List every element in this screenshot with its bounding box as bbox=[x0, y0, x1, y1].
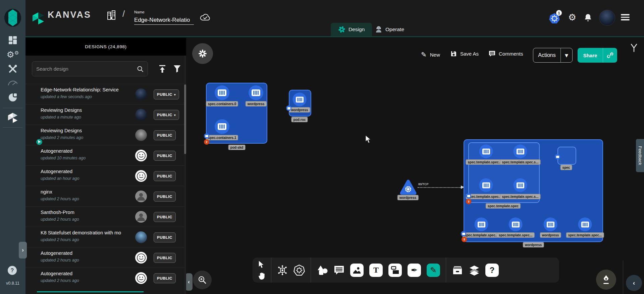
image-tool[interactable] bbox=[350, 264, 364, 277]
node-container[interactable] bbox=[475, 218, 488, 231]
design-search-box[interactable] bbox=[32, 61, 148, 76]
visibility-badge[interactable]: PUBLIC bbox=[154, 192, 176, 202]
dashboard-icon[interactable] bbox=[8, 36, 17, 45]
new-pencil-icon: ✎ bbox=[421, 51, 427, 59]
design-list-item[interactable]: K8 Statefulset demonstration with mo upd… bbox=[25, 227, 184, 247]
design-list-item[interactable]: Autogenerated updated an hour ago PUBLIC bbox=[25, 165, 184, 186]
design-search-input[interactable] bbox=[36, 66, 137, 72]
design-canvas[interactable]: ✎ New Save As Comments Actions ▼ Share bbox=[186, 38, 644, 294]
notifications-bell-icon[interactable] bbox=[584, 13, 592, 22]
comments-label: Comments bbox=[499, 51, 523, 57]
note-tool[interactable] bbox=[388, 264, 402, 277]
node-container[interactable] bbox=[249, 85, 263, 100]
meshery-logo-icon[interactable] bbox=[4, 8, 22, 27]
visibility-select[interactable]: PUBLIC▾ bbox=[154, 110, 179, 120]
design-list-item[interactable]: Edge-Network-Relationship: Service updat… bbox=[25, 84, 184, 104]
visibility-badge[interactable]: PUBLIC bbox=[154, 151, 176, 161]
select-cursor-tool[interactable] bbox=[258, 261, 265, 269]
help-tool[interactable]: ? bbox=[485, 264, 499, 277]
actions-dropdown-button[interactable]: Actions ▼ bbox=[533, 48, 573, 63]
y-branch-icon[interactable] bbox=[630, 44, 638, 52]
node-service-wordpress[interactable] bbox=[399, 179, 417, 195]
shapes-tool[interactable] bbox=[317, 265, 328, 276]
design-list-item[interactable]: Santhosh-Prom updated 2 hours ago PUBLIC bbox=[25, 206, 184, 227]
extensions-icon[interactable] bbox=[8, 93, 17, 102]
deployment-label: wordpress bbox=[523, 242, 544, 247]
visibility-badge[interactable]: PUBLIC bbox=[154, 212, 176, 222]
copy-link-icon[interactable] bbox=[607, 52, 613, 59]
layers-tool[interactable] bbox=[469, 265, 480, 276]
deployment-error-badge[interactable]: 3 bbox=[462, 237, 467, 242]
owner-avatar bbox=[135, 109, 147, 121]
menu-hamburger-icon[interactable] bbox=[621, 13, 630, 22]
performance-icon[interactable] bbox=[8, 79, 18, 86]
visibility-badge[interactable]: PUBLIC bbox=[154, 253, 176, 263]
node-container[interactable] bbox=[215, 119, 229, 134]
design-list-item[interactable]: Autogenerated updated 2 hours ago PUBLIC bbox=[25, 268, 184, 288]
new-design-button[interactable]: ✎ New bbox=[421, 51, 440, 59]
toolkit-icon[interactable] bbox=[8, 64, 17, 74]
freehand-draw-tool-active[interactable]: ✎ bbox=[427, 264, 440, 277]
design-list-item[interactable]: Autogenerated updated 2 hours ago PUBLIC bbox=[25, 247, 184, 268]
design-name-input[interactable] bbox=[134, 17, 194, 25]
kubernetes-tool[interactable] bbox=[293, 265, 305, 276]
pod-error-badge[interactable]: 2 bbox=[204, 139, 209, 145]
node-spec[interactable] bbox=[557, 147, 576, 165]
design-updated: updated 2 minutes ago bbox=[41, 135, 83, 140]
pen-tool[interactable]: ✒ bbox=[408, 264, 421, 277]
settings-gear-icon[interactable]: ⚙ bbox=[568, 12, 576, 22]
node-container[interactable] bbox=[509, 218, 523, 231]
component-drawer-tool[interactable] bbox=[452, 265, 463, 275]
new-label: New bbox=[430, 52, 440, 58]
visibility-badge[interactable]: PUBLIC bbox=[154, 232, 176, 242]
visibility-badge[interactable]: PUBLIC bbox=[154, 273, 176, 283]
user-avatar[interactable] bbox=[599, 10, 615, 26]
import-design-icon[interactable] bbox=[158, 65, 166, 73]
owner-avatar bbox=[135, 191, 147, 202]
expand-rail-chevron[interactable]: › bbox=[19, 242, 27, 259]
lifecycle-gears-icon[interactable]: ⚙⚙ bbox=[7, 50, 19, 60]
comments-button[interactable]: Comments bbox=[489, 51, 523, 57]
collapse-panel-chevron[interactable]: ‹ bbox=[185, 273, 193, 291]
save-as-button[interactable]: Save As bbox=[450, 51, 479, 57]
zoom-button[interactable] bbox=[193, 271, 212, 289]
visibility-select[interactable]: PUBLIC▾ bbox=[154, 89, 179, 99]
deployment-kind-badge bbox=[461, 231, 466, 236]
design-list-item[interactable]: Reviewing Designs updated a minute ago P… bbox=[25, 104, 184, 125]
owner-avatar bbox=[135, 150, 147, 161]
comment-tool[interactable] bbox=[334, 265, 344, 275]
design-list-item[interactable]: Reviewing Designs updated 2 minutes ago … bbox=[25, 125, 184, 145]
meshery-canvas-button[interactable] bbox=[192, 43, 213, 64]
visibility-badge[interactable]: PUBLIC bbox=[154, 130, 176, 140]
share-label: Share bbox=[578, 53, 603, 58]
actions-caret-icon[interactable]: ▼ bbox=[561, 53, 572, 58]
collapse-right-chevron[interactable]: ‹ bbox=[626, 275, 642, 291]
share-button[interactable]: Share bbox=[578, 48, 617, 63]
node-container[interactable] bbox=[544, 218, 557, 231]
node-container[interactable] bbox=[293, 93, 307, 106]
mesh-component-tool[interactable] bbox=[277, 265, 288, 276]
service-deployment-edge[interactable] bbox=[418, 187, 462, 188]
comments-icon bbox=[489, 51, 495, 57]
node-container[interactable] bbox=[514, 145, 527, 158]
visibility-badge[interactable]: PUBLIC bbox=[154, 171, 176, 181]
pen-mode-button[interactable] bbox=[596, 270, 616, 290]
node-container[interactable] bbox=[215, 85, 229, 100]
kanvas-rail-icon[interactable] bbox=[8, 113, 18, 123]
design-list-item[interactable]: nginx updated 2 hours ago PUBLIC bbox=[25, 186, 184, 206]
organization-icon[interactable] bbox=[107, 10, 116, 20]
help-button[interactable]: ? bbox=[8, 266, 17, 275]
tab-operate[interactable]: Operate bbox=[368, 23, 412, 36]
pan-hand-tool[interactable] bbox=[258, 272, 265, 280]
pod-error-badge[interactable]: 3 bbox=[466, 199, 471, 204]
filter-funnel-icon[interactable] bbox=[173, 65, 181, 73]
node-container[interactable] bbox=[479, 178, 493, 192]
node-container[interactable] bbox=[479, 145, 493, 158]
text-tool[interactable]: T bbox=[369, 264, 383, 277]
tab-design[interactable]: Design bbox=[331, 23, 372, 36]
list-scrollbar-thumb[interactable] bbox=[184, 84, 186, 154]
node-container[interactable] bbox=[514, 178, 527, 192]
node-container[interactable] bbox=[578, 218, 592, 231]
feedback-tab[interactable]: Feedback bbox=[636, 139, 644, 172]
design-list-item[interactable]: Autogenerated updated 10 minutes ago PUB… bbox=[25, 145, 184, 165]
